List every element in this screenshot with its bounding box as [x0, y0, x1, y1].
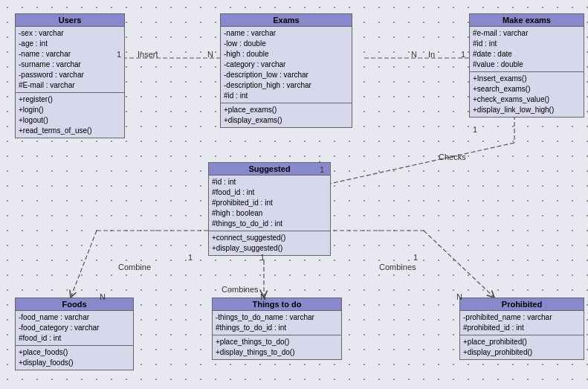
users-title: Users: [16, 14, 124, 27]
prohibited-box: Prohibited -prohibited_name : varchar #p…: [459, 298, 584, 360]
suggested-methods: +connect_suggested() +display_suggested(…: [209, 231, 330, 255]
prohibited-title: Prohibited: [460, 298, 584, 311]
prohibited-attributes: -prohibited_name : varchar #prohibited_i…: [460, 311, 584, 335]
checks-1b: 1: [320, 165, 324, 174]
users-methods: +register() +login() +logout() +read_ter…: [16, 93, 124, 138]
combine-label: Combine: [118, 263, 151, 271]
checks-1a: 1: [473, 125, 477, 134]
suggested-box: Suggested #id : int #food_id : int #proh…: [208, 162, 331, 256]
svg-line-3: [320, 143, 514, 186]
insert-label: Insert: [138, 50, 158, 59]
exams-methods: +place_exams() +display_exams(): [221, 103, 352, 127]
in-label: In: [428, 50, 435, 59]
foods-title: Foods: [16, 298, 133, 311]
make-exams-title: Make exams: [470, 14, 584, 27]
exams-title: Exams: [221, 14, 352, 27]
foods-methods: +place_foods() +display_foods(): [16, 346, 133, 370]
combines1-label: Combines: [222, 285, 259, 294]
exams-box: Exams -name : varchar -low : double -hig…: [220, 13, 352, 128]
n2-exams-make: 1: [461, 50, 465, 59]
things-to-do-attributes: -things_to_do_name : varchar #things_to_…: [213, 311, 341, 335]
users-box: Users -sex : varchar -age : int -name : …: [15, 13, 125, 138]
svg-line-9: [424, 231, 494, 298]
suggested-title: Suggested: [209, 163, 330, 176]
svg-line-6: [71, 231, 97, 298]
n2-users-exams: N: [207, 50, 213, 59]
n-things: N: [260, 292, 266, 301]
one-combines2: 1: [260, 253, 265, 262]
suggested-attributes: #id : int #food_id : int #prohibited_id …: [209, 176, 330, 231]
things-to-do-title: Things to do: [213, 298, 341, 311]
n-prohibited: N: [456, 292, 462, 301]
foods-box: Foods -food_name : varchar -food_categor…: [15, 298, 134, 370]
users-attributes: -sex : varchar -age : int -name : varcha…: [16, 27, 124, 93]
make-exams-methods: +Insert_exams() +search_exams() +check_e…: [470, 72, 584, 117]
things-to-do-box: Things to do -things_to_do_name : varcha…: [212, 298, 342, 360]
one-combines3: 1: [413, 253, 418, 262]
one-combine1: 1: [188, 253, 193, 262]
exams-attributes: -name : varchar -low : double -high : do…: [221, 27, 352, 103]
prohibited-methods: +place_prohibited() +display_prohibited(…: [460, 335, 584, 359]
n1-exams-make: N: [411, 50, 417, 59]
things-to-do-methods: +place_things_to_do() +display_things_to…: [213, 335, 341, 359]
combines2-label: Combines: [379, 263, 416, 271]
foods-attributes: -food_name : varchar -food_category : va…: [16, 311, 133, 346]
checks-label: Checks: [439, 152, 466, 161]
make-exams-attributes: #e-mail : varchar #id : int #date : date…: [470, 27, 584, 72]
n1-users-exams: 1: [117, 50, 121, 59]
make-exams-box: Make exams #e-mail : varchar #id : int #…: [469, 13, 584, 118]
n-combine1: N: [100, 292, 106, 301]
